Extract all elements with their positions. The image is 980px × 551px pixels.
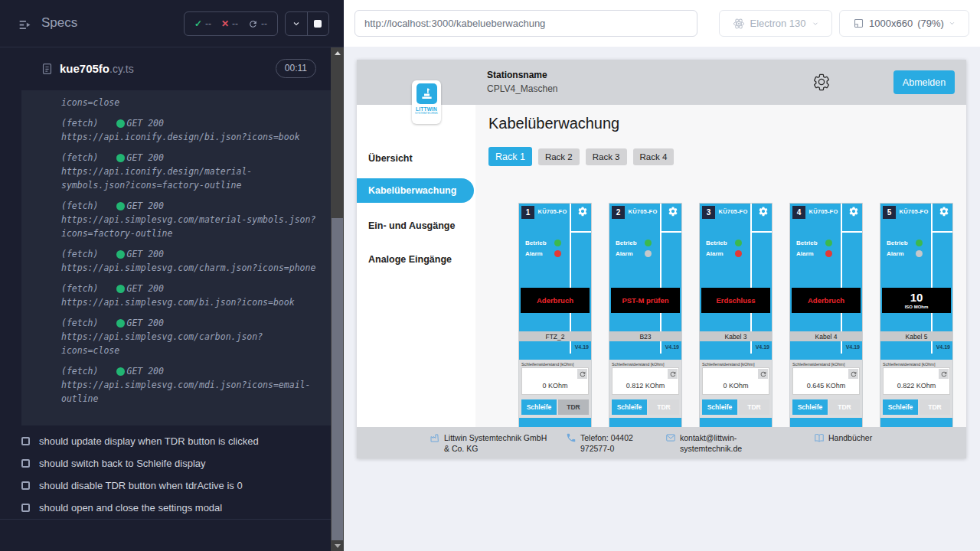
success-dot-icon bbox=[116, 319, 125, 328]
factory-icon bbox=[430, 432, 440, 454]
measurement-value: 0 KOhm bbox=[703, 382, 769, 390]
betrieb-label: Betrieb bbox=[706, 240, 727, 246]
specs-title: Specs bbox=[41, 15, 77, 31]
schleife-button[interactable]: Schleife bbox=[792, 399, 828, 415]
test-row[interactable]: should disable TDR button when tdrActive… bbox=[0, 474, 331, 497]
log-entry[interactable]: (fetch)GET 200https://api.simplesvg.com/… bbox=[61, 199, 318, 240]
log-entry[interactable]: (fetch)GET 200https://api.simplesvg.com/… bbox=[61, 316, 318, 357]
log-entry[interactable]: (fetch)GET 200https://api.simplesvg.com/… bbox=[61, 282, 318, 309]
test-row[interactable]: should switch back to Schleife display bbox=[0, 452, 331, 474]
footer-item-email[interactable]: kontakt@littwin-systemtechnik.de bbox=[665, 432, 756, 454]
card-settings-icon[interactable] bbox=[848, 206, 859, 217]
firmware-version: V4.19 bbox=[936, 344, 950, 350]
card-settings-icon[interactable] bbox=[577, 206, 588, 217]
test-row[interactable]: should open and close the settings modal bbox=[0, 497, 331, 519]
tdr-button[interactable]: TDR bbox=[648, 399, 679, 415]
measurement-display: 0.822 KOhm bbox=[883, 367, 950, 395]
measurement-label: Schleifenwiderstand [kOhm] bbox=[792, 362, 862, 367]
spec-extension: .cy.ts bbox=[109, 63, 134, 75]
tdr-button[interactable]: TDR bbox=[739, 399, 769, 415]
divider bbox=[662, 231, 681, 233]
betrieb-label: Betrieb bbox=[887, 240, 908, 246]
scrollbar-thumb[interactable] bbox=[332, 218, 343, 540]
status-display: Aderbruch bbox=[792, 288, 861, 313]
measurement-panel: Schleifenwiderstand [kOhm]0.812 KOhmSchl… bbox=[609, 360, 681, 418]
footer-item-phone: Telefon: 04402 972577-0 bbox=[566, 432, 652, 454]
cable-name: Kabel 4 bbox=[790, 331, 862, 341]
refresh-icon[interactable] bbox=[848, 369, 858, 379]
divider bbox=[931, 313, 933, 331]
page-title: Kabelüberwachung bbox=[488, 115, 619, 132]
schleife-button[interactable]: Schleife bbox=[702, 399, 737, 415]
fetch-label: (fetch) bbox=[61, 364, 98, 378]
station-label: Stationsname bbox=[487, 68, 558, 82]
refresh-icon[interactable] bbox=[577, 369, 587, 379]
measurement-panel: Schleifenwiderstand [kOhm]0 KOhmSchleife… bbox=[700, 360, 772, 418]
failed-icon: ✕ bbox=[221, 18, 229, 29]
request-url: https://api.iconify.design/material-symb… bbox=[61, 165, 318, 192]
logout-button[interactable]: Abmelden bbox=[893, 70, 955, 94]
request-url: https://api.simplesvg.com/material-symbo… bbox=[61, 213, 318, 240]
betrieb-led bbox=[916, 240, 923, 246]
spec-dropdown-button[interactable] bbox=[286, 12, 308, 35]
sidebar-item-analoge-eing-nge[interactable]: Analoge Eingänge bbox=[357, 247, 475, 272]
iso-value: 10 bbox=[910, 292, 923, 303]
log-entry[interactable]: (fetch)GET 200https://api.simplesvg.com/… bbox=[61, 247, 318, 275]
slot-number-badge: 1 bbox=[521, 206, 534, 219]
firmware-version: V4.19 bbox=[575, 344, 589, 350]
tab-rack-1[interactable]: Rack 1 bbox=[488, 147, 532, 166]
tab-rack-4[interactable]: Rack 4 bbox=[633, 148, 675, 165]
test-row[interactable]: should update display when TDR button is… bbox=[0, 430, 331, 452]
tdr-button[interactable]: TDR bbox=[558, 399, 589, 415]
log-entry[interactable]: (fetch)GET 200https://api.iconify.design… bbox=[61, 116, 318, 144]
schleife-button[interactable]: Schleife bbox=[521, 399, 557, 415]
mode-buttons: SchleifeTDR bbox=[792, 399, 860, 415]
refresh-icon[interactable] bbox=[939, 369, 949, 379]
schleife-button[interactable]: Schleife bbox=[883, 399, 918, 415]
test-state-icon bbox=[21, 481, 30, 490]
fetch-label: (fetch) bbox=[61, 199, 98, 213]
divider bbox=[570, 341, 571, 354]
sidebar-item-kabel-berwachung[interactable]: Kabelüberwachung bbox=[357, 178, 474, 203]
app-main: Kabelüberwachung Rack 1Rack 2Rack 3Rack … bbox=[475, 105, 966, 427]
tdr-button[interactable]: TDR bbox=[920, 399, 950, 415]
footer-item-book[interactable]: Handbücher bbox=[814, 432, 872, 445]
sidebar-item--bersicht[interactable]: Übersicht bbox=[357, 146, 475, 171]
tab-rack-2[interactable]: Rack 2 bbox=[538, 148, 580, 165]
tab-rack-3[interactable]: Rack 3 bbox=[586, 148, 627, 165]
settings-gear-icon[interactable] bbox=[812, 73, 831, 91]
stop-icon bbox=[314, 20, 322, 28]
tdr-button[interactable]: TDR bbox=[829, 399, 860, 415]
url-input[interactable] bbox=[354, 10, 697, 37]
stop-button[interactable] bbox=[308, 12, 329, 35]
runner-url-toolbar: Electron 130 1000x660 (79%) bbox=[344, 0, 980, 47]
schleife-button[interactable]: Schleife bbox=[612, 399, 647, 415]
scroll-up-icon[interactable] bbox=[331, 47, 344, 58]
app-header: Stationsname CPLV4_Maschen Abmelden bbox=[357, 60, 966, 105]
scroll-down-icon[interactable] bbox=[331, 540, 344, 551]
log-entry[interactable]: (fetch)GET 200https://api.simplesvg.com/… bbox=[61, 364, 318, 406]
footer-item-text[interactable]: kontakt@littwin-systemtechnik.de bbox=[680, 432, 756, 454]
specs-list-icon[interactable] bbox=[17, 16, 34, 33]
device-cards: 1KÜ705-FOBetriebAlarmAderbruchFTZ_2V4.19… bbox=[518, 203, 953, 427]
email-icon bbox=[665, 432, 676, 454]
log-entry-continuation[interactable]: icons=close bbox=[61, 96, 318, 109]
card-settings-icon[interactable] bbox=[668, 206, 678, 217]
footer-item-text[interactable]: Handbücher bbox=[828, 432, 872, 445]
refresh-icon[interactable] bbox=[758, 369, 768, 379]
firmware-version: V4.19 bbox=[846, 344, 860, 350]
browser-selector[interactable]: Electron 130 bbox=[719, 10, 832, 37]
sidebar-item-ein-und-ausg-nge[interactable]: Ein- und Ausgänge bbox=[357, 214, 475, 238]
card-settings-icon[interactable] bbox=[939, 206, 949, 217]
log-entry-header: (fetch)GET 200 bbox=[61, 116, 318, 130]
runner-scrollbar[interactable] bbox=[331, 47, 344, 551]
spec-file-row[interactable]: kue705fo.cy.ts 00:11 bbox=[0, 57, 331, 83]
firmware-version: V4.19 bbox=[665, 344, 679, 350]
fetch-label: (fetch) bbox=[61, 282, 98, 295]
measurement-value: 0 KOhm bbox=[522, 382, 588, 390]
card-settings-icon[interactable] bbox=[758, 206, 769, 217]
refresh-icon[interactable] bbox=[668, 369, 678, 379]
slot-number-badge: 3 bbox=[702, 206, 715, 219]
log-entry[interactable]: (fetch)GET 200https://api.iconify.design… bbox=[61, 151, 318, 192]
viewport-size-selector[interactable]: 1000x660 (79%) bbox=[839, 10, 969, 37]
